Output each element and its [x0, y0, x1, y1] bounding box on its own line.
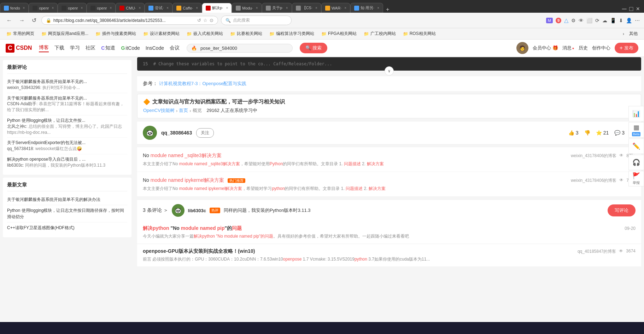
bookmark-sheji[interactable]: 📁 设计素材类网站	[141, 30, 182, 37]
tab-modu[interactable]: Modu· ×	[232, 3, 262, 13]
float-report-button[interactable]: 🚩 举报	[628, 171, 644, 186]
bookmark-wangye[interactable]: 📁 网页版应用and应用...	[39, 30, 90, 37]
extension-icon-5[interactable]: 👁	[579, 18, 584, 23]
comment-article-title-1[interactable]: 关于银河麒麟服务器系统开始菜单不见的...	[7, 79, 127, 85]
comment-article-title-3[interactable]: Python 使用logging模块，让日志文件按...	[7, 118, 127, 124]
tab-caffe[interactable]: Caffe· ×	[172, 3, 202, 13]
float-chart-button[interactable]: 📊	[628, 106, 644, 121]
tab-close-icon[interactable]: ×	[344, 6, 346, 10]
rec-article-title-1[interactable]: No module named _sqlite3解决方案	[143, 152, 222, 159]
float-support-button[interactable]: 🎧	[628, 155, 644, 170]
more-options-icon[interactable]: ⋯	[635, 18, 640, 23]
star-stat[interactable]: ⭐ 21	[596, 130, 609, 136]
dislike-stat[interactable]: 👎	[584, 130, 590, 136]
tab-close-icon[interactable]: ×	[139, 6, 141, 10]
tab-close-icon[interactable]: ×	[315, 6, 317, 10]
article-title-1[interactable]: 关于银河麒麟服务器系统开始菜单不见的解决办法	[7, 196, 127, 203]
follow-button[interactable]: 关注	[196, 128, 214, 138]
tab-close-icon[interactable]: ×	[286, 6, 288, 10]
extension-icon-2[interactable]: 9	[556, 18, 561, 23]
bookmark-star-icon[interactable]: ☆	[203, 18, 207, 23]
tab-close-icon[interactable]: ×	[226, 6, 228, 10]
refresh-button[interactable]: ↺	[30, 16, 39, 24]
nav-download[interactable]: 下载	[54, 44, 64, 52]
nav-blog[interactable]: 博客	[39, 44, 49, 52]
knowledge-path-link-2[interactable]: 首页	[179, 107, 188, 114]
bookmark-biancheng[interactable]: 📁 编程算法学习类网站	[267, 30, 316, 37]
bottom-article-title-1[interactable]: 解决python "No module named pip"的问题	[143, 225, 242, 232]
bookmark-fpga[interactable]: 📁 FPGA相关网站	[319, 30, 359, 37]
comment-article-title-2[interactable]: 关于银河麒麟服务器系统开始菜单不见的...	[7, 95, 127, 101]
creation-center-link[interactable]: 创作中心	[592, 45, 610, 51]
browser-search-box[interactable]: 🔍 点此搜索	[221, 16, 292, 25]
tab-close-icon[interactable]: ×	[110, 6, 112, 10]
rec-article-title-2[interactable]: No module named ipykernel解决方案 热门推荐	[143, 177, 245, 184]
tab-openr2[interactable]: openr ×	[58, 3, 87, 13]
extension-icon-4[interactable]: ⚙	[571, 18, 576, 23]
tab-close-icon[interactable]: ×	[23, 6, 25, 10]
extension-icon-8[interactable]: ☁	[602, 18, 607, 23]
bookmark-qianrushi[interactable]: 📁 嵌入式相关网站	[185, 30, 225, 37]
extension-icon-1[interactable]: M	[546, 18, 553, 23]
write-comment-button[interactable]: 写评论	[608, 204, 636, 216]
article-title-2[interactable]: Python 使用logging模块，让日志文件按日期路径保存，按时间滑动切分	[7, 207, 127, 220]
member-center-link[interactable]: 会员中心 🎁	[533, 45, 558, 51]
tab-close-icon[interactable]: ×	[81, 6, 83, 10]
url-box[interactable]: 🔒 https://blog.csdn.net/qq_38086463/arti…	[41, 16, 218, 25]
float-table-button[interactable]: ▦ Beta	[628, 122, 644, 138]
nav-meeting[interactable]: 会议	[170, 44, 180, 52]
bookmark-guanggong[interactable]: 📁 广工校内网站	[362, 30, 398, 37]
bookmark-changyong[interactable]: 📁 常用的网页	[4, 30, 36, 37]
extension-icon-9[interactable]: 📱	[610, 18, 616, 23]
tab-openr1[interactable]: openr ×	[29, 3, 58, 13]
ref-link[interactable]: 计算机视觉教程7-3：Openpose配置与实践	[159, 81, 247, 86]
nav-inscode[interactable]: InsCode	[146, 44, 164, 52]
like-stat[interactable]: 👍 3	[568, 130, 579, 136]
tab-zhiyong[interactable]: 知·用另· ×	[350, 3, 383, 13]
bookmark-bisai[interactable]: 📁 比赛相关网站	[228, 30, 264, 37]
tab-warn[interactable]: WAR· ×	[321, 3, 350, 13]
notification-link[interactable]: 消息 ●	[562, 45, 574, 51]
tab-fendo[interactable]: fendo ×	[0, 3, 29, 13]
csdn-search-button[interactable]: 🔍 搜索	[300, 43, 327, 53]
tab-try[interactable]: 尝试· ×	[145, 3, 172, 13]
nav-gitcode[interactable]: GitCode	[121, 44, 140, 52]
close-button[interactable]: ×	[636, 5, 640, 13]
tab-openr3[interactable]: openr ×	[87, 3, 116, 13]
article-title-3[interactable]: C++读取FY卫星遥感图像(HDF格式)	[7, 225, 127, 231]
tab-guanyu[interactable]: 关于p· ×	[262, 3, 292, 13]
user-avatar[interactable]: 🧑	[516, 42, 528, 54]
minimize-button[interactable]: ─	[622, 5, 627, 13]
knowledge-path-link-1[interactable]: OpenCV技能树	[143, 107, 175, 114]
tab-csdn[interactable]: 【CS· ×	[292, 3, 321, 13]
tab-close-icon[interactable]: ×	[196, 6, 198, 10]
forward-button[interactable]: →	[17, 17, 27, 24]
bookmark-ros[interactable]: 📁 ROS相关网站	[401, 30, 438, 37]
nav-community[interactable]: 社区	[86, 44, 95, 52]
tab-cmu[interactable]: CMU· ×	[116, 3, 145, 13]
comment-article-title-4[interactable]: 关于ServerEndpointExporter的包无法被...	[7, 140, 127, 146]
bookmark-chajian[interactable]: 📁 插件与搜素类网站	[93, 30, 138, 37]
comment-article-title-5[interactable]: 解决python openpose导入自己项目后，...	[7, 156, 127, 162]
nav-zhidao[interactable]: C知道	[101, 44, 115, 52]
comments-count[interactable]: 3 条评论 ＞	[143, 207, 168, 214]
extension-icon-10[interactable]: ⬇	[619, 18, 623, 23]
tab-close-icon[interactable]: ×	[52, 6, 54, 10]
new-tab-button[interactable]: +	[383, 6, 392, 13]
csdn-search-input[interactable]	[200, 46, 288, 51]
csdn-logo[interactable]: C CSDN	[6, 44, 32, 53]
bottom-article-title-2[interactable]: openpose-GPU版本从安装到实战全攻略！(win10)	[143, 248, 255, 255]
comment-stat[interactable]: 💬 3	[614, 130, 625, 136]
bookmarks-more-icon[interactable]: ›	[623, 31, 624, 36]
back-button[interactable]: ←	[4, 17, 14, 24]
history-link[interactable]: 历史	[579, 45, 588, 51]
extension-icon-7[interactable]: ⟳	[595, 18, 599, 23]
maximize-button[interactable]: □	[630, 5, 633, 13]
tab-close-icon[interactable]: ×	[256, 6, 258, 10]
author-name[interactable]: qq_38086463	[161, 130, 192, 136]
expand-code-button[interactable]: ∨	[385, 66, 394, 76]
tab-close-icon[interactable]: ×	[377, 6, 379, 10]
bookmark-qita[interactable]: 其他	[627, 30, 640, 37]
csdn-search-form[interactable]: 🔥	[187, 44, 293, 53]
profile-avatar[interactable]: 👤	[626, 18, 632, 23]
